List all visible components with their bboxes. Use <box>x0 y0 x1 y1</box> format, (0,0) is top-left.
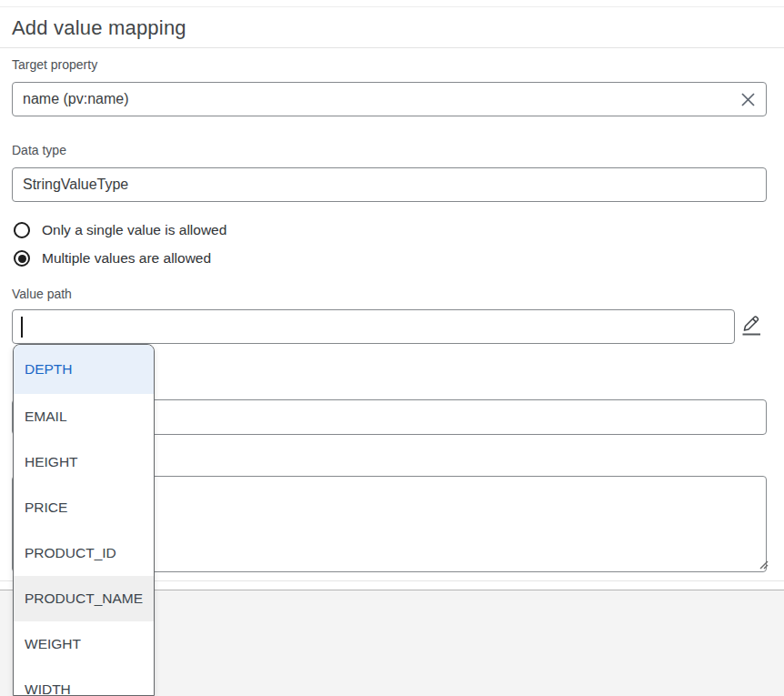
text-cursor <box>21 317 23 338</box>
target-property-value: name (pv:name) <box>23 91 129 107</box>
dropdown-item-weight[interactable]: WEIGHT <box>14 621 154 667</box>
data-type-value: StringValueType <box>23 177 128 193</box>
pencil-icon[interactable] <box>737 311 766 340</box>
value-path-suggestions-dropdown: DEPTH EMAIL HEIGHT PRICE PRODUCT_ID PROD… <box>13 344 155 696</box>
data-type-label: Data type <box>12 143 66 157</box>
radio-single-circle-icon[interactable] <box>14 222 30 238</box>
radio-multiple-values[interactable]: Multiple values are allowed <box>14 250 211 267</box>
title-divider <box>0 47 784 48</box>
radio-multiple-circle-icon[interactable] <box>14 250 30 267</box>
clear-icon[interactable] <box>737 88 759 110</box>
target-property-label: Target property <box>12 57 97 72</box>
dropdown-item-height[interactable]: HEIGHT <box>14 439 154 485</box>
dropdown-item-price[interactable]: PRICE <box>14 485 154 530</box>
radio-single-value[interactable]: Only a single value is allowed <box>14 222 226 238</box>
dropdown-item-product-id[interactable]: PRODUCT_ID <box>14 530 154 576</box>
dropdown-item-width[interactable]: WIDTH <box>14 667 154 696</box>
radio-single-label: Only a single value is allowed <box>42 222 226 238</box>
resize-handle-icon[interactable] <box>758 559 769 570</box>
page-title: Add value mapping <box>12 16 186 40</box>
dropdown-item-product-name[interactable]: PRODUCT_NAME <box>14 576 154 621</box>
value-path-label: Value path <box>12 287 72 301</box>
add-value-mapping-dialog: Add value mapping Target property name (… <box>0 0 784 696</box>
dropdown-item-depth[interactable]: DEPTH <box>14 345 154 394</box>
value-path-input[interactable] <box>12 309 735 344</box>
radio-multiple-label: Multiple values are allowed <box>42 250 211 267</box>
data-type-input[interactable]: StringValueType <box>12 167 767 202</box>
top-divider <box>0 6 784 7</box>
dropdown-item-email[interactable]: EMAIL <box>14 394 154 439</box>
target-property-input[interactable]: name (pv:name) <box>12 82 767 116</box>
